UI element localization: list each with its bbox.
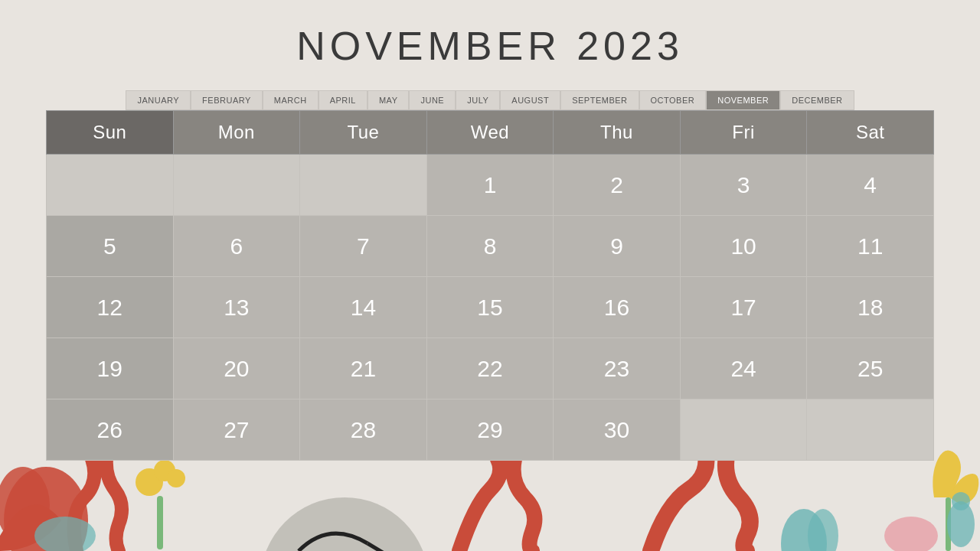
month-nav-item[interactable]: JANUARY	[126, 90, 191, 110]
month-nav-item[interactable]: FEBRUARY	[191, 90, 263, 110]
calendar-table: SunMonTueWedThuFriSat 123456789101112131…	[46, 110, 934, 461]
calendar-day[interactable]: 17	[680, 277, 807, 338]
calendar-week-row: 567891011	[47, 216, 934, 277]
calendar-day[interactable]: 23	[554, 338, 681, 399]
calendar-day[interactable]: 2	[554, 155, 681, 216]
svg-line-8	[368, 543, 406, 551]
calendar-day[interactable]: 15	[426, 277, 554, 338]
svg-rect-11	[946, 497, 951, 551]
month-nav-item[interactable]: JULY	[456, 90, 500, 110]
svg-point-9	[781, 509, 827, 551]
month-nav-item[interactable]: MAY	[368, 90, 410, 110]
weekday-header-mon: Mon	[173, 111, 300, 155]
calendar-day[interactable]: 5	[47, 216, 174, 277]
calendar-title: NOVEMBER 2023	[46, 23, 934, 69]
month-nav-item[interactable]: NOVEMBER	[706, 90, 780, 110]
calendar-day[interactable]: 30	[554, 399, 681, 461]
calendar-day	[807, 399, 934, 461]
calendar-day[interactable]: 11	[807, 216, 934, 277]
svg-point-12	[884, 517, 938, 551]
calendar-day[interactable]: 3	[680, 155, 807, 216]
month-nav-item[interactable]: APRIL	[318, 90, 368, 110]
calendar-day[interactable]: 4	[807, 155, 934, 216]
month-navigation: JANUARYFEBRUARYMARCHAPRILMAYJUNEJULYAUGU…	[46, 90, 934, 110]
calendar-day[interactable]: 24	[680, 338, 807, 399]
calendar-day[interactable]: 7	[300, 216, 427, 277]
month-nav-item[interactable]: MARCH	[263, 90, 318, 110]
calendar-day[interactable]: 27	[173, 399, 300, 461]
calendar-container: NOVEMBER 2023 JANUARYFEBRUARYMARCHAPRILM…	[0, 0, 980, 476]
calendar-day[interactable]: 25	[807, 338, 934, 399]
calendar-day	[173, 155, 300, 216]
calendar-day[interactable]: 10	[680, 216, 807, 277]
month-nav-item[interactable]: JUNE	[409, 90, 456, 110]
calendar-day[interactable]: 28	[300, 399, 427, 461]
svg-point-13	[947, 501, 975, 547]
weekday-header-sat: Sat	[807, 111, 934, 155]
calendar-day[interactable]: 19	[47, 338, 174, 399]
calendar-day[interactable]: 16	[554, 277, 681, 338]
svg-point-7	[260, 497, 429, 551]
weekday-header-tue: Tue	[300, 111, 427, 155]
month-nav-item[interactable]: DECEMBER	[780, 90, 854, 110]
svg-rect-5	[157, 496, 163, 549]
calendar-day	[680, 399, 807, 461]
calendar-day[interactable]: 22	[426, 338, 554, 399]
calendar-day[interactable]: 6	[173, 216, 300, 277]
calendar-week-row: 2627282930	[47, 399, 934, 461]
calendar-day[interactable]: 14	[300, 277, 427, 338]
svg-point-14	[952, 492, 970, 510]
month-nav-item[interactable]: AUGUST	[500, 90, 560, 110]
calendar-body: 1234567891011121314151617181920212223242…	[47, 155, 934, 461]
calendar-day[interactable]: 1	[426, 155, 554, 216]
calendar-day	[47, 155, 174, 216]
calendar-day	[300, 155, 427, 216]
calendar-week-row: 19202122232425	[47, 338, 934, 399]
month-nav-item[interactable]: SEPTEMBER	[560, 90, 639, 110]
calendar-day[interactable]: 21	[300, 338, 427, 399]
calendar-day[interactable]: 20	[173, 338, 300, 399]
weekday-header-fri: Fri	[680, 111, 807, 155]
calendar-day[interactable]: 8	[426, 216, 554, 277]
month-nav-item[interactable]: OCTOBER	[639, 90, 707, 110]
calendar-day[interactable]: 9	[554, 216, 681, 277]
svg-point-1	[0, 467, 50, 543]
calendar-day[interactable]: 18	[807, 277, 934, 338]
svg-point-0	[4, 467, 88, 551]
svg-point-6	[34, 517, 96, 551]
calendar-day[interactable]: 26	[47, 399, 174, 461]
svg-point-10	[808, 509, 838, 551]
calendar-week-row: 1234	[47, 155, 934, 216]
weekday-header-thu: Thu	[554, 111, 681, 155]
calendar-day[interactable]: 12	[47, 277, 174, 338]
weekday-header-wed: Wed	[426, 111, 554, 155]
calendar-week-row: 12131415161718	[47, 277, 934, 338]
weekday-header-row: SunMonTueWedThuFriSat	[47, 111, 934, 155]
calendar-day[interactable]: 29	[426, 399, 554, 461]
weekday-header-sun: Sun	[47, 111, 174, 155]
calendar-day[interactable]: 13	[173, 277, 300, 338]
